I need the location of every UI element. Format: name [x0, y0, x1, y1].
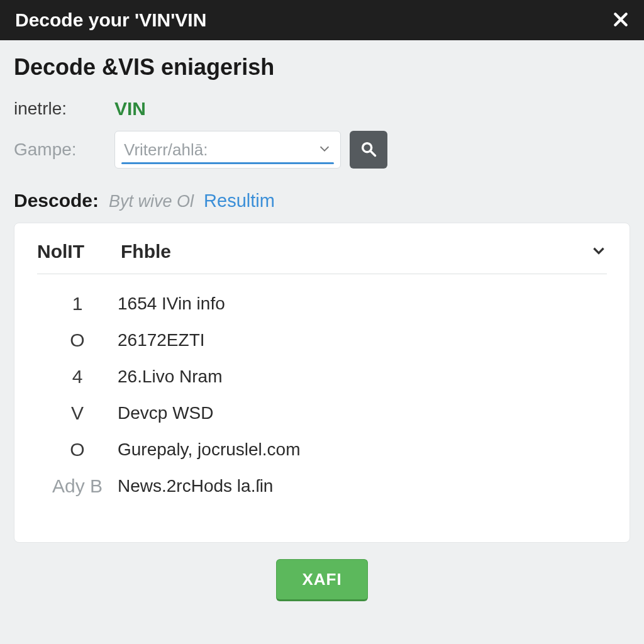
content: Decode &VIS eniagerish inetrle: VIN Gamp…	[0, 40, 644, 543]
table-row[interactable]: 426.Livo Nram	[37, 358, 607, 395]
chevron-down-icon[interactable]	[591, 242, 607, 261]
cell-value: News.2rcHods la.ſin	[118, 476, 273, 496]
table-row[interactable]: 11654 IVin info	[37, 286, 607, 322]
cell-code: 4	[37, 366, 118, 387]
window-title: Decode your 'VIN'VIN	[15, 9, 206, 31]
value-vin: VIN	[114, 98, 146, 119]
panel-head: NolIT Fhble	[37, 241, 607, 274]
footer: XAFI	[0, 543, 644, 618]
decode-row: Descode: Byt wive Ol Resultim	[14, 190, 630, 211]
cell-value: 26172EZTI	[118, 330, 205, 350]
select-vriter[interactable]	[114, 131, 341, 169]
cell-value: 1654 IVin info	[118, 294, 225, 314]
cell-value: 26.Livo Nram	[118, 367, 223, 387]
col-header-2: Fhble	[121, 241, 171, 262]
search-button[interactable]	[350, 131, 387, 169]
xafi-button[interactable]: XAFI	[276, 559, 367, 601]
form-row-inetrle: inetrle: VIN	[14, 98, 630, 119]
table-row[interactable]: Ady BNews.2rcHods la.ſin	[37, 468, 607, 504]
cell-code: V	[37, 402, 118, 424]
result-link[interactable]: Resultim	[204, 191, 275, 211]
label-inetrle: inetrle:	[14, 99, 114, 119]
svg-line-1	[371, 151, 375, 155]
col-header-1: NolIT	[37, 241, 84, 262]
table-body: 11654 IVin infoO26172EZTI426.Livo NramVD…	[37, 286, 607, 504]
decode-label: Descode:	[14, 190, 99, 211]
close-icon[interactable]	[613, 9, 629, 31]
cell-code: O	[37, 439, 118, 460]
cell-code: Ady B	[37, 475, 118, 497]
cell-code: O	[37, 330, 118, 351]
form-row-gampe: Gampe:	[14, 131, 630, 169]
label-gampe: Gampe:	[14, 140, 114, 160]
decode-sub: Byt wive Ol	[109, 192, 194, 211]
results-panel: NolIT Fhble 11654 IVin infoO26172EZTI426…	[14, 223, 630, 543]
input-underline	[121, 162, 334, 164]
table-row[interactable]: OGurepaly, jocruslel.com	[37, 431, 607, 468]
table-row[interactable]: O26172EZTI	[37, 322, 607, 358]
select-input[interactable]	[124, 140, 310, 160]
chevron-down-icon	[318, 142, 331, 158]
titlebar: Decode your 'VIN'VIN	[0, 0, 644, 40]
page-title: Decode &VIS eniagerish	[14, 54, 630, 80]
cell-value: Gurepaly, jocruslel.com	[118, 440, 300, 460]
search-icon	[360, 140, 377, 160]
head-cols: NolIT Fhble	[37, 241, 171, 262]
cell-code: 1	[37, 293, 118, 314]
cell-value: Devcp WSD	[118, 403, 213, 423]
table-row[interactable]: VDevcp WSD	[37, 395, 607, 431]
